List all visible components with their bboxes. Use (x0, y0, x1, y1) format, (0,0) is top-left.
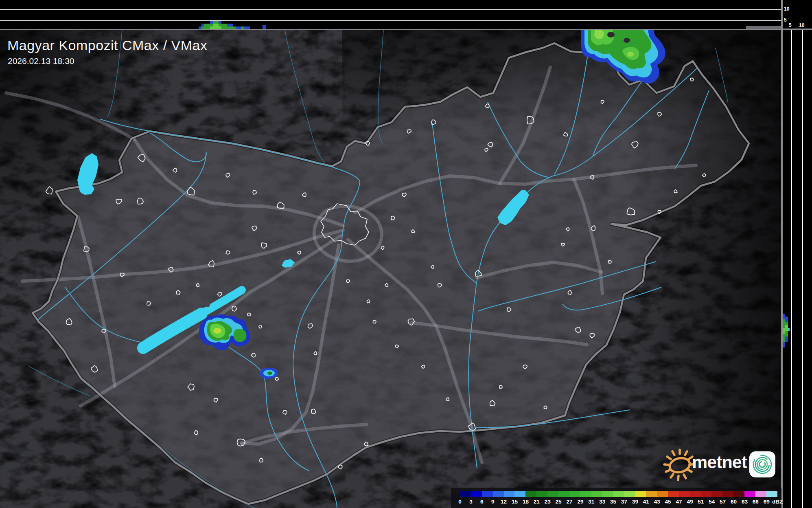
dbz-color-step (602, 491, 613, 497)
dbz-color-step (471, 491, 482, 497)
height-axis-label-10km-top: 10 (784, 7, 789, 11)
right-strip (782, 0, 812, 508)
dbz-color-step (755, 491, 766, 497)
dbz-color-step (766, 491, 777, 497)
dbz-color-step (547, 491, 558, 497)
height-axis-label-5km-top: 5 (784, 18, 787, 22)
dbz-color-step (514, 491, 525, 497)
dbz-color-step (646, 491, 657, 497)
sun-icon (663, 446, 694, 483)
dbz-color-step (624, 491, 635, 497)
dbz-color-step (482, 491, 493, 497)
dbz-legend: 0369121518212325272931333537394143454749… (451, 488, 781, 508)
radar-composite-screen: Magyar Kompozit CMax / VMax 2026.02.13 1… (0, 0, 812, 508)
dbz-color-step (460, 491, 471, 497)
dbz-color-step (569, 491, 580, 497)
dbz-color-step (701, 491, 712, 497)
dbz-color-step (690, 491, 701, 497)
timestamp: 2026.02.13 18:30 (8, 56, 74, 66)
top-strip (0, 0, 781, 29)
logo-text: metnet (692, 452, 747, 472)
metnet-logo: metnet (663, 446, 781, 483)
page-title: Magyar Kompozit CMax / VMax (7, 37, 208, 53)
dbz-color-step (733, 491, 744, 497)
dbz-color-step (536, 491, 547, 497)
height-axis-label-5km-right: 5 (789, 23, 792, 28)
cyclone-app-icon (749, 451, 776, 478)
height-axis-label-10km-right: 10 (799, 23, 804, 28)
dbz-color-step (722, 491, 733, 497)
radar-map-canvas (0, 0, 812, 508)
dbz-color-step (591, 491, 602, 497)
dbz-color-step (525, 491, 536, 497)
dbz-color-step (711, 491, 722, 497)
dbz-color-step (558, 491, 569, 497)
dbz-color-step (635, 491, 646, 497)
dbz-color-step (504, 491, 515, 497)
dbz-color-step (668, 491, 679, 497)
dbz-unit-label: dBZ (770, 499, 784, 505)
terrain-layer (0, 29, 781, 508)
dbz-color-step (613, 491, 624, 497)
dbz-color-step (744, 491, 755, 497)
dbz-colorbar (460, 491, 777, 497)
dbz-color-step (679, 491, 690, 497)
dbz-color-step (580, 491, 591, 497)
dbz-color-step (493, 491, 504, 497)
dbz-color-step (657, 491, 668, 497)
